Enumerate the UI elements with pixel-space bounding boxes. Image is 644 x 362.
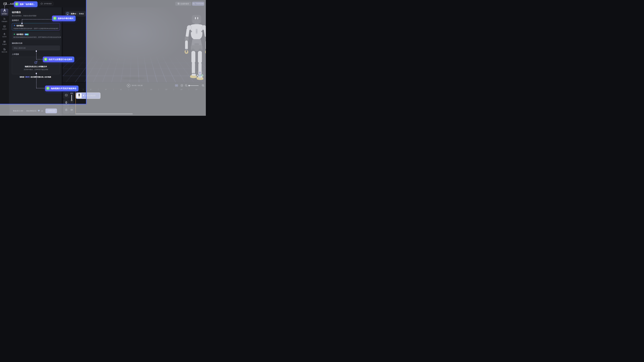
timeline-controls: 00:00 / 00:30	[63, 83, 206, 88]
step-number-badge: 3	[53, 17, 56, 20]
track-zoom-value: 40%	[70, 93, 73, 94]
connector-dot-step4	[36, 50, 37, 52]
playhead[interactable]	[76, 89, 76, 113]
chip-divider: |	[77, 13, 78, 15]
zoom-slider-thumb[interactable]	[188, 85, 190, 86]
robot-name: 灵犀X2	[70, 13, 76, 15]
ruler-label: 10f	[150, 89, 152, 90]
timeline-panel: 00:00 / 00:30	[63, 83, 206, 116]
svg-text:Y: Y	[200, 75, 200, 76]
timeline-zoom-slider[interactable]	[189, 85, 198, 86]
app-logo-robot-icon	[3, 2, 7, 6]
audio-track-button[interactable]	[63, 107, 69, 114]
sidebar-item-label: 音频编排	[2, 21, 7, 23]
sidebar-item-action-library[interactable]: 动作库	[0, 32, 8, 39]
connector-step3-v	[22, 20, 22, 23]
clip-trim-handle-left[interactable]	[76, 95, 76, 97]
running-person-icon	[82, 95, 84, 97]
vertical-zoom-slider[interactable]	[72, 95, 72, 100]
project-title: A1机	[10, 3, 14, 5]
ruler-tick	[83, 89, 83, 90]
requirement-link[interactable]: 【要求】	[24, 76, 30, 78]
robot-edition: 青春版	[79, 13, 84, 15]
material-name-input[interactable]	[12, 46, 60, 51]
footer-divider: |	[24, 110, 25, 112]
synthesize-save-button[interactable]: 合成并保存	[175, 2, 191, 6]
zoom-out-icon[interactable]	[185, 84, 188, 88]
step-number-badge: 2	[46, 87, 50, 90]
sidebar-item-label: 我的任务	[2, 51, 7, 53]
dial-gauge-icon	[65, 108, 68, 112]
mode-desc: 模仿复杂高精度高动态全身动作复现，适用于舞蹈功夫等丰富表达创作表演	[14, 36, 58, 38]
step-number-badge: 4	[44, 58, 48, 61]
ruler-label: 8f	[135, 89, 136, 90]
horizontal-expand-icon[interactable]	[180, 84, 183, 87]
ruler-label: 4f	[105, 89, 106, 90]
ruler-label: 6f	[120, 89, 122, 90]
sidebar-item-my-tasks[interactable]: 我的任务	[0, 47, 8, 54]
film-reel-sparkle-icon	[34, 61, 38, 65]
time-display: 00:00 / 00:30	[132, 85, 142, 87]
sidebar-item-label: 表情库	[2, 28, 7, 30]
sparkle-diamonds-icon	[3, 18, 6, 20]
action-track-button[interactable]	[63, 99, 69, 106]
step-text: 选择「动作模仿」	[20, 3, 36, 6]
ruler-label: 16f	[195, 89, 197, 90]
ruler-tick	[113, 89, 114, 90]
ruler-label: 2f	[90, 89, 91, 90]
gizmo-neg-z[interactable]	[199, 77, 201, 79]
connector-step1-v	[4, 6, 5, 10]
robot-3d-viewport[interactable]: 灵犀X2 | 青春版 Z X Y	[63, 7, 206, 82]
save-button-label: 合成并保存	[180, 3, 189, 5]
motion-studio-app: A1机 文件未保存 合成并保存	[0, 0, 206, 116]
connector-step2-v	[36, 74, 36, 88]
deploy-button-label: 下发到设备	[196, 3, 204, 5]
deploy-to-device-button[interactable]: 下发到设备	[192, 2, 204, 6]
axis-gizmo[interactable]: Z X Y	[196, 71, 204, 79]
speaker-icon	[70, 109, 73, 112]
sidebar-item-label: 音频库	[2, 44, 7, 45]
fit-clip-icon[interactable]	[175, 84, 178, 87]
robot-face-icon	[3, 25, 6, 28]
remaining-stones-label: 剩余灵石 300	[13, 110, 23, 112]
name-section-label: 编辑素材名称	[12, 42, 22, 45]
cost-value: 10	[41, 110, 43, 112]
sidebar-item-expression-library[interactable]: 表情库	[0, 24, 8, 31]
mode-card-pro[interactable]: 动作模仿 Pro 模仿复杂高精度高动态全身动作复现，适用于舞蹈功夫等丰富表达创作…	[12, 32, 60, 40]
timeline-horizontal-scrollbar[interactable]	[75, 113, 133, 114]
sidebar-item-audio-library[interactable]: 音频库	[0, 39, 8, 47]
expression-track-button[interactable]	[63, 92, 69, 99]
person-icon	[3, 33, 6, 35]
mode-desc: 快速模仿普通难度的全身动作，适用于小品戏剧等简单动作的快速演绎	[14, 28, 58, 30]
clip-trim-handle-right[interactable]	[100, 95, 100, 97]
note-prefix: 请根据	[20, 76, 24, 78]
connector-step4-h	[36, 59, 43, 59]
mode-card-standard[interactable]: 动作模仿 快速模仿普通难度的全身动作，适用于小品戏剧等简单动作的快速演绎	[12, 23, 60, 31]
track-zoom-panel[interactable]: 40%	[70, 92, 74, 103]
clip-thumbnail	[77, 93, 82, 98]
step-text: 选择动作模仿模式	[58, 17, 74, 20]
timeline-clip-walk-pose[interactable]: 超快走路姿势	[76, 93, 100, 99]
robot-ground-shadow	[122, 77, 145, 80]
panel-subtitle: 通过动作模仿，快速生成动作素材	[12, 15, 36, 17]
tutorial-highlight-border-bottom	[0, 104, 86, 104]
ruler-label: 12f	[165, 89, 167, 90]
sidebar-item-audio-arrange[interactable]: 音频编排	[0, 16, 8, 24]
play-button[interactable]	[127, 84, 130, 88]
file-unsaved-chip[interactable]: 文件未保存	[39, 2, 53, 6]
zoom-in-icon[interactable]	[202, 84, 204, 88]
volume-button[interactable]	[70, 107, 74, 114]
svg-text:Z: Z	[200, 72, 200, 74]
upload-section-label: 上传视频	[12, 53, 19, 56]
connector-dot-step3	[22, 23, 22, 24]
gizmo-neg-x[interactable]	[197, 75, 198, 76]
upload-requirement-note: 请根据【要求】提供清晰完整的真人动作视频	[9, 76, 62, 78]
ruler-label: 14f	[180, 89, 182, 90]
robot-download-icon	[192, 3, 195, 5]
svg-text:X: X	[202, 75, 203, 76]
generate-now-button[interactable]: 立即生成	[46, 109, 57, 113]
vertical-zoom-thumb[interactable]	[71, 100, 72, 101]
connector-step4-v	[36, 52, 36, 59]
cloud-unsaved-icon	[40, 3, 43, 5]
lightning-bolt-icon	[14, 25, 15, 27]
